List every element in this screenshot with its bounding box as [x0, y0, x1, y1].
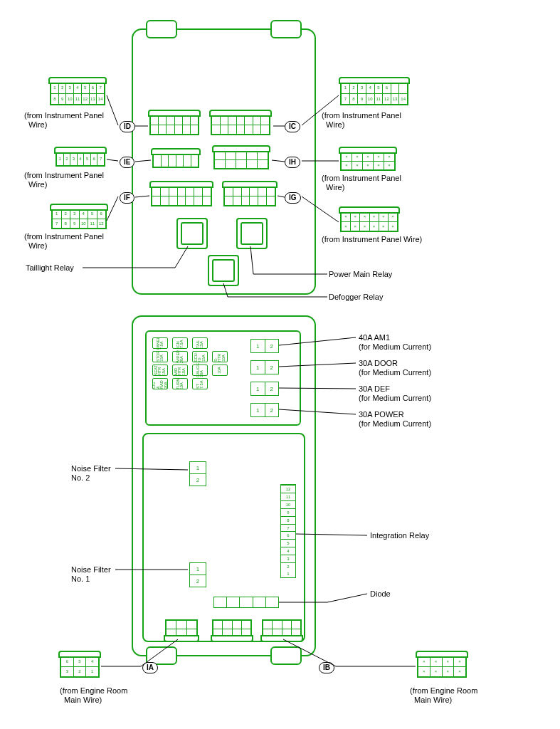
fuse-column-1: PANEL 7.5A STOP 15A SEAT HTR 15A CIG & R… [152, 337, 168, 389]
label-ipw-mr: (from Instrument Panel Wire) [322, 174, 401, 192]
fuse: GAUGE 10A [192, 364, 208, 376]
connector-if-inner [151, 185, 212, 206]
fuse: MIR HTR 10A [172, 364, 188, 376]
label-erm-l: (from Engine Room Main Wire) [60, 686, 127, 705]
integration-relay-connector: 12 34 56 78 910 1112 [280, 484, 296, 578]
label-med-def: 30A DEF (for Medium Current) [359, 384, 431, 403]
fuse: SEAT HTR 15A [152, 364, 168, 376]
noise-filter-2-slot: 12 [189, 461, 206, 486]
connector-ig-external: ×××××× ×××××× [340, 211, 398, 232]
housing-tab [270, 646, 302, 665]
label-med-door: 30A DOOR (for Medium Current) [359, 359, 431, 377]
medium-fuse-am1: 12 [250, 339, 279, 353]
label-integration: Integration Relay [370, 531, 429, 540]
taillight-relay [176, 218, 208, 249]
diode-strip [213, 597, 279, 608]
fuse: S-HTR 10A [212, 351, 228, 362]
connector-ie-inner [152, 152, 199, 168]
label-taillight-relay: Taillight Relay [26, 263, 74, 273]
label-diode: Diode [370, 589, 391, 599]
label-med-power: 30A POWER (for Medium Current) [359, 410, 431, 429]
connector-ig-inner [223, 185, 276, 206]
fuse: IGN 7.5A [172, 337, 188, 349]
label-ipw-bl: (from Instrument Panel Wire) [24, 232, 104, 251]
connector-ih-inner [213, 150, 269, 169]
fuse: CIG & RAD 20A [152, 378, 168, 389]
label-power-main-relay: Power Main Relay [329, 270, 392, 279]
fuse: PANEL 7.5A [152, 337, 168, 349]
id-bubble-ib: IB [319, 662, 334, 673]
connector-ic-external: 123456 7891011121314 [340, 81, 408, 105]
fuse: ECU-IG 15A [192, 351, 208, 362]
connector-id-inner [149, 114, 199, 135]
fuse: ST 7.5A [192, 378, 208, 389]
id-bubble-ih: IH [285, 157, 300, 168]
label-defogger-relay: Defogger Relay [329, 293, 383, 302]
label-noise-1: Noise Filter No. 1 [71, 565, 111, 584]
connector-ib-inner-a [212, 619, 252, 638]
label-noise-2: Noise Filter No. 2 [71, 464, 111, 483]
connector-ib-inner-b [262, 619, 302, 638]
fuse-column-3: TAIL 15A ECU-IG 15A GAUGE 10A ST 7.5A [192, 337, 208, 389]
label-ipw-ml: (from Instrument Panel Wire) [24, 171, 104, 189]
housing-tab [146, 20, 177, 38]
fuse: 10A [212, 364, 228, 376]
defogger-relay [208, 255, 239, 286]
connector-ih-external: ××××× ××××× [340, 151, 396, 171]
fuse-column-4: S-HTR 10A 10A [212, 337, 228, 389]
connector-if-external: 123456 789101112 [51, 208, 107, 229]
fuse: STOP 15A [152, 351, 168, 362]
label-ipw-br: (from Instrument Panel Wire) [322, 235, 422, 244]
id-bubble-ig: IG [285, 192, 301, 204]
medium-fuse-door: 12 [250, 360, 279, 374]
connector-ib-external: ×××× ×××× [417, 655, 467, 678]
medium-fuse-def: 12 [250, 382, 279, 396]
svg-line-2 [107, 196, 118, 221]
connector-id-external: 1234567 891011121314 [50, 81, 105, 105]
connector-ia-inner [165, 619, 198, 638]
connector-ia-external: 654321 [60, 655, 100, 678]
svg-line-0 [107, 95, 118, 125]
housing-tab [270, 20, 302, 38]
fuse: TAIL 15A [192, 337, 208, 349]
power-main-relay [236, 218, 268, 249]
fuse: TURN 10A [172, 378, 188, 389]
medium-fuse-power: 12 [250, 403, 279, 417]
id-bubble-if: IF [120, 192, 134, 204]
id-bubble-ie: IE [120, 157, 134, 168]
id-bubble-ic: IC [285, 121, 300, 132]
connector-ie-external: 1234567 [56, 151, 105, 167]
label-erm-r: (from Engine Room Main Wire) [410, 686, 477, 705]
label-ipw-tr: (from Instrument Panel Wire) [322, 111, 401, 130]
connector-ic-inner [211, 114, 270, 135]
id-bubble-ia: IA [142, 662, 158, 673]
label-ipw-tl: (from Instrument Panel Wire) [24, 111, 104, 130]
label-med-am1: 40A AM1 (for Medium Current) [359, 333, 431, 352]
fuse: WIPER 20A [172, 351, 188, 362]
svg-line-1 [107, 159, 118, 161]
fuse-column-2: IGN 7.5A WIPER 20A MIR HTR 10A TURN 10A [172, 337, 188, 389]
id-bubble-id: ID [120, 121, 135, 132]
noise-filter-1-slot: 12 [189, 562, 206, 587]
